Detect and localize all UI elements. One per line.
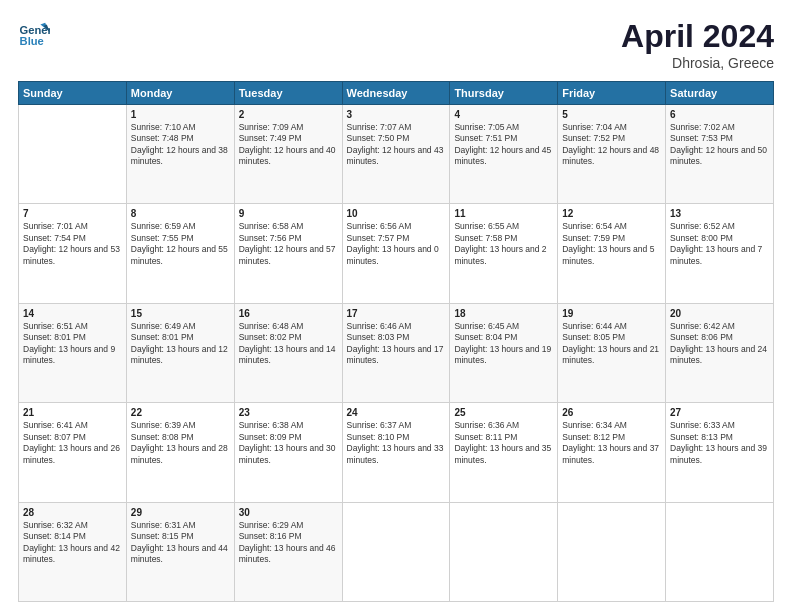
calendar-cell — [19, 105, 127, 204]
calendar-cell: 1Sunrise: 7:10 AMSunset: 7:48 PMDaylight… — [126, 105, 234, 204]
calendar-cell: 5Sunrise: 7:04 AMSunset: 7:52 PMDaylight… — [558, 105, 666, 204]
calendar-cell: 22Sunrise: 6:39 AMSunset: 8:08 PMDayligh… — [126, 403, 234, 502]
day-info: Sunrise: 6:37 AMSunset: 8:10 PMDaylight:… — [347, 420, 446, 466]
day-info: Sunrise: 6:55 AMSunset: 7:58 PMDaylight:… — [454, 221, 553, 267]
calendar-cell: 8Sunrise: 6:59 AMSunset: 7:55 PMDaylight… — [126, 204, 234, 303]
day-number: 14 — [23, 308, 122, 319]
column-header-thursday: Thursday — [450, 82, 558, 105]
calendar-title: April 2024 — [621, 18, 774, 55]
day-info: Sunrise: 6:52 AMSunset: 8:00 PMDaylight:… — [670, 221, 769, 267]
page-header: General Blue April 2024 Dhrosia, Greece — [18, 18, 774, 71]
day-info: Sunrise: 6:51 AMSunset: 8:01 PMDaylight:… — [23, 321, 122, 367]
column-header-wednesday: Wednesday — [342, 82, 450, 105]
day-number: 19 — [562, 308, 661, 319]
svg-text:Blue: Blue — [20, 35, 44, 47]
calendar-cell: 19Sunrise: 6:44 AMSunset: 8:05 PMDayligh… — [558, 303, 666, 402]
calendar-cell: 13Sunrise: 6:52 AMSunset: 8:00 PMDayligh… — [666, 204, 774, 303]
calendar-cell: 27Sunrise: 6:33 AMSunset: 8:13 PMDayligh… — [666, 403, 774, 502]
calendar-table: SundayMondayTuesdayWednesdayThursdayFrid… — [18, 81, 774, 602]
calendar-cell: 10Sunrise: 6:56 AMSunset: 7:57 PMDayligh… — [342, 204, 450, 303]
day-info: Sunrise: 7:05 AMSunset: 7:51 PMDaylight:… — [454, 122, 553, 168]
day-info: Sunrise: 6:46 AMSunset: 8:03 PMDaylight:… — [347, 321, 446, 367]
day-info: Sunrise: 7:07 AMSunset: 7:50 PMDaylight:… — [347, 122, 446, 168]
calendar-cell: 23Sunrise: 6:38 AMSunset: 8:09 PMDayligh… — [234, 403, 342, 502]
calendar-cell — [342, 502, 450, 601]
day-number: 27 — [670, 407, 769, 418]
day-number: 6 — [670, 109, 769, 120]
day-info: Sunrise: 6:42 AMSunset: 8:06 PMDaylight:… — [670, 321, 769, 367]
column-header-saturday: Saturday — [666, 82, 774, 105]
day-info: Sunrise: 6:54 AMSunset: 7:59 PMDaylight:… — [562, 221, 661, 267]
day-info: Sunrise: 6:33 AMSunset: 8:13 PMDaylight:… — [670, 420, 769, 466]
calendar-cell: 2Sunrise: 7:09 AMSunset: 7:49 PMDaylight… — [234, 105, 342, 204]
calendar-week-row: 14Sunrise: 6:51 AMSunset: 8:01 PMDayligh… — [19, 303, 774, 402]
calendar-cell: 18Sunrise: 6:45 AMSunset: 8:04 PMDayligh… — [450, 303, 558, 402]
day-info: Sunrise: 7:04 AMSunset: 7:52 PMDaylight:… — [562, 122, 661, 168]
day-number: 17 — [347, 308, 446, 319]
day-info: Sunrise: 6:39 AMSunset: 8:08 PMDaylight:… — [131, 420, 230, 466]
calendar-cell — [666, 502, 774, 601]
day-number: 12 — [562, 208, 661, 219]
day-number: 3 — [347, 109, 446, 120]
calendar-cell: 9Sunrise: 6:58 AMSunset: 7:56 PMDaylight… — [234, 204, 342, 303]
calendar-cell: 12Sunrise: 6:54 AMSunset: 7:59 PMDayligh… — [558, 204, 666, 303]
calendar-cell: 25Sunrise: 6:36 AMSunset: 8:11 PMDayligh… — [450, 403, 558, 502]
day-info: Sunrise: 6:59 AMSunset: 7:55 PMDaylight:… — [131, 221, 230, 267]
calendar-week-row: 21Sunrise: 6:41 AMSunset: 8:07 PMDayligh… — [19, 403, 774, 502]
day-number: 1 — [131, 109, 230, 120]
calendar-cell: 16Sunrise: 6:48 AMSunset: 8:02 PMDayligh… — [234, 303, 342, 402]
calendar-cell: 30Sunrise: 6:29 AMSunset: 8:16 PMDayligh… — [234, 502, 342, 601]
column-header-monday: Monday — [126, 82, 234, 105]
day-info: Sunrise: 7:02 AMSunset: 7:53 PMDaylight:… — [670, 122, 769, 168]
day-number: 7 — [23, 208, 122, 219]
day-number: 5 — [562, 109, 661, 120]
day-info: Sunrise: 6:48 AMSunset: 8:02 PMDaylight:… — [239, 321, 338, 367]
title-block: April 2024 Dhrosia, Greece — [621, 18, 774, 71]
day-number: 23 — [239, 407, 338, 418]
day-number: 11 — [454, 208, 553, 219]
day-info: Sunrise: 6:38 AMSunset: 8:09 PMDaylight:… — [239, 420, 338, 466]
column-header-sunday: Sunday — [19, 82, 127, 105]
day-number: 24 — [347, 407, 446, 418]
calendar-cell: 11Sunrise: 6:55 AMSunset: 7:58 PMDayligh… — [450, 204, 558, 303]
day-number: 4 — [454, 109, 553, 120]
calendar-cell: 4Sunrise: 7:05 AMSunset: 7:51 PMDaylight… — [450, 105, 558, 204]
day-number: 22 — [131, 407, 230, 418]
logo: General Blue — [18, 18, 50, 50]
calendar-week-row: 1Sunrise: 7:10 AMSunset: 7:48 PMDaylight… — [19, 105, 774, 204]
calendar-cell — [450, 502, 558, 601]
day-number: 20 — [670, 308, 769, 319]
calendar-cell — [558, 502, 666, 601]
column-header-friday: Friday — [558, 82, 666, 105]
calendar-week-row: 7Sunrise: 7:01 AMSunset: 7:54 PMDaylight… — [19, 204, 774, 303]
day-number: 25 — [454, 407, 553, 418]
calendar-cell: 21Sunrise: 6:41 AMSunset: 8:07 PMDayligh… — [19, 403, 127, 502]
day-number: 15 — [131, 308, 230, 319]
day-number: 26 — [562, 407, 661, 418]
calendar-cell: 14Sunrise: 6:51 AMSunset: 8:01 PMDayligh… — [19, 303, 127, 402]
day-number: 2 — [239, 109, 338, 120]
day-info: Sunrise: 7:09 AMSunset: 7:49 PMDaylight:… — [239, 122, 338, 168]
day-info: Sunrise: 6:41 AMSunset: 8:07 PMDaylight:… — [23, 420, 122, 466]
day-info: Sunrise: 6:36 AMSunset: 8:11 PMDaylight:… — [454, 420, 553, 466]
day-info: Sunrise: 6:49 AMSunset: 8:01 PMDaylight:… — [131, 321, 230, 367]
day-number: 13 — [670, 208, 769, 219]
column-header-tuesday: Tuesday — [234, 82, 342, 105]
day-number: 10 — [347, 208, 446, 219]
day-info: Sunrise: 7:01 AMSunset: 7:54 PMDaylight:… — [23, 221, 122, 267]
calendar-header-row: SundayMondayTuesdayWednesdayThursdayFrid… — [19, 82, 774, 105]
calendar-cell: 26Sunrise: 6:34 AMSunset: 8:12 PMDayligh… — [558, 403, 666, 502]
calendar-subtitle: Dhrosia, Greece — [621, 55, 774, 71]
day-info: Sunrise: 6:56 AMSunset: 7:57 PMDaylight:… — [347, 221, 446, 267]
day-info: Sunrise: 6:44 AMSunset: 8:05 PMDaylight:… — [562, 321, 661, 367]
day-number: 16 — [239, 308, 338, 319]
day-info: Sunrise: 6:31 AMSunset: 8:15 PMDaylight:… — [131, 520, 230, 566]
day-number: 30 — [239, 507, 338, 518]
calendar-cell: 6Sunrise: 7:02 AMSunset: 7:53 PMDaylight… — [666, 105, 774, 204]
day-info: Sunrise: 6:58 AMSunset: 7:56 PMDaylight:… — [239, 221, 338, 267]
day-info: Sunrise: 7:10 AMSunset: 7:48 PMDaylight:… — [131, 122, 230, 168]
day-info: Sunrise: 6:29 AMSunset: 8:16 PMDaylight:… — [239, 520, 338, 566]
day-number: 21 — [23, 407, 122, 418]
day-info: Sunrise: 6:34 AMSunset: 8:12 PMDaylight:… — [562, 420, 661, 466]
logo-icon: General Blue — [18, 18, 50, 50]
